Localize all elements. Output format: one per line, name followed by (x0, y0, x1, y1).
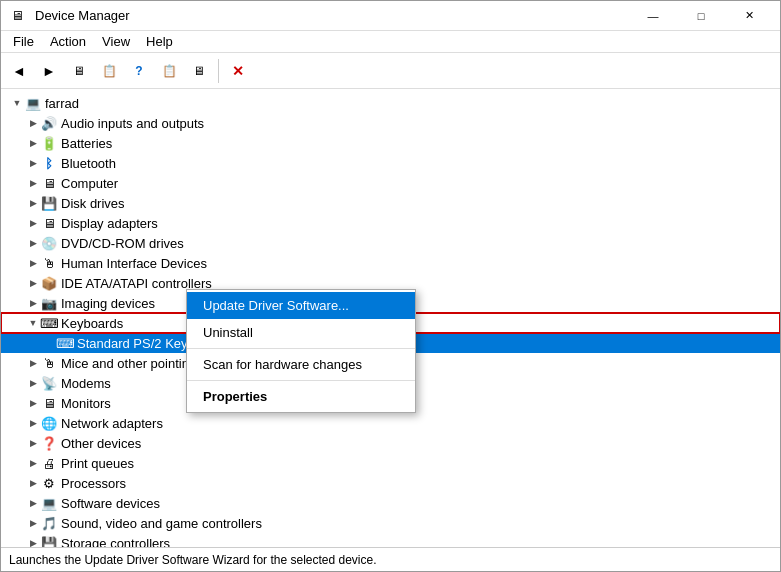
root-arrow[interactable] (9, 95, 25, 111)
sound-icon: 🎵 (41, 515, 57, 531)
batteries-icon: 🔋 (41, 135, 57, 151)
audio-label: Audio inputs and outputs (61, 116, 204, 131)
toolbar-separator (218, 59, 219, 83)
title-bar-controls: — □ ✕ (630, 1, 772, 31)
context-menu-scan[interactable]: Scan for hardware changes (187, 351, 415, 378)
ps2-icon: ⌨ (57, 335, 73, 351)
disk-label: Disk drives (61, 196, 125, 211)
tree-item-computer[interactable]: 🖥 Computer (1, 173, 780, 193)
display-arrow[interactable] (25, 215, 41, 231)
tree-item-other[interactable]: ❓ Other devices (1, 433, 780, 453)
toolbar-update-driver[interactable]: 📋 (95, 57, 123, 85)
toolbar-properties[interactable]: 🖥 (65, 57, 93, 85)
network-arrow[interactable] (25, 415, 41, 431)
print-label: Print queues (61, 456, 134, 471)
disk-arrow[interactable] (25, 195, 41, 211)
toolbar-computer[interactable]: 🖥 (185, 57, 213, 85)
tree-item-display[interactable]: 🖥 Display adapters (1, 213, 780, 233)
batteries-arrow[interactable] (25, 135, 41, 151)
toolbar-details[interactable]: 📋 (155, 57, 183, 85)
keyboards-label: Keyboards (61, 316, 123, 331)
minimize-button[interactable]: — (630, 1, 676, 31)
bluetooth-arrow[interactable] (25, 155, 41, 171)
print-icon: 🖨 (41, 455, 57, 471)
tree-item-hid[interactable]: 🖱 Human Interface Devices (1, 253, 780, 273)
toolbar-back[interactable]: ◄ (5, 57, 33, 85)
root-icon: 💻 (25, 95, 41, 111)
title-bar-left: 🖥 Device Manager (9, 8, 130, 24)
toolbar-remove[interactable]: ✕ (224, 57, 252, 85)
context-menu-properties[interactable]: Properties (187, 383, 415, 410)
menu-bar: File Action View Help (1, 31, 780, 53)
window-title: Device Manager (35, 8, 130, 23)
ide-arrow[interactable] (25, 275, 41, 291)
processors-arrow[interactable] (25, 475, 41, 491)
tree-item-bluetooth[interactable]: ᛒ Bluetooth (1, 153, 780, 173)
maximize-button[interactable]: □ (678, 1, 724, 31)
tree-item-sound[interactable]: 🎵 Sound, video and game controllers (1, 513, 780, 533)
sound-arrow[interactable] (25, 515, 41, 531)
tree-item-software[interactable]: 💻 Software devices (1, 493, 780, 513)
tree-item-print[interactable]: 🖨 Print queues (1, 453, 780, 473)
modems-label: Modems (61, 376, 111, 391)
tree-item-storage[interactable]: 💾 Storage controllers (1, 533, 780, 547)
bluetooth-icon: ᛒ (41, 155, 57, 171)
bluetooth-label: Bluetooth (61, 156, 116, 171)
menu-action[interactable]: Action (42, 32, 94, 51)
modems-arrow[interactable] (25, 375, 41, 391)
status-bar: Launches the Update Driver Software Wiza… (1, 547, 780, 571)
network-label: Network adapters (61, 416, 163, 431)
mice-arrow[interactable] (25, 355, 41, 371)
network-icon: 🌐 (41, 415, 57, 431)
modems-icon: 📡 (41, 375, 57, 391)
context-menu-uninstall[interactable]: Uninstall (187, 319, 415, 346)
hid-arrow[interactable] (25, 255, 41, 271)
dvd-arrow[interactable] (25, 235, 41, 251)
toolbar-forward[interactable]: ► (35, 57, 63, 85)
computer-label: Computer (61, 176, 118, 191)
batteries-label: Batteries (61, 136, 112, 151)
computer-arrow[interactable] (25, 175, 41, 191)
processors-label: Processors (61, 476, 126, 491)
close-button[interactable]: ✕ (726, 1, 772, 31)
root-label: farrad (45, 96, 79, 111)
display-icon: 🖥 (41, 215, 57, 231)
tree-item-dvd[interactable]: 💿 DVD/CD-ROM drives (1, 233, 780, 253)
tree-item-network[interactable]: 🌐 Network adapters (1, 413, 780, 433)
context-menu-separator (187, 348, 415, 349)
tree-root[interactable]: 💻 farrad (1, 93, 780, 113)
tree-item-processors[interactable]: ⚙ Processors (1, 473, 780, 493)
disk-icon: 💾 (41, 195, 57, 211)
dvd-icon: 💿 (41, 235, 57, 251)
other-label: Other devices (61, 436, 141, 451)
window-icon: 🖥 (9, 8, 25, 24)
monitors-icon: 🖥 (41, 395, 57, 411)
storage-label: Storage controllers (61, 536, 170, 548)
context-menu-update-driver[interactable]: Update Driver Software... (187, 292, 415, 319)
imaging-label: Imaging devices (61, 296, 155, 311)
other-arrow[interactable] (25, 435, 41, 451)
tree-item-audio[interactable]: 🔊 Audio inputs and outputs (1, 113, 780, 133)
audio-icon: 🔊 (41, 115, 57, 131)
audio-arrow[interactable] (25, 115, 41, 131)
menu-help[interactable]: Help (138, 32, 181, 51)
tree-item-batteries[interactable]: 🔋 Batteries (1, 133, 780, 153)
software-icon: 💻 (41, 495, 57, 511)
monitors-arrow[interactable] (25, 395, 41, 411)
software-arrow[interactable] (25, 495, 41, 511)
context-menu: Update Driver Software... Uninstall Scan… (186, 289, 416, 413)
print-arrow[interactable] (25, 455, 41, 471)
context-menu-separator-2 (187, 380, 415, 381)
toolbar: ◄ ► 🖥 📋 ? 📋 🖥 ✕ (1, 53, 780, 89)
menu-file[interactable]: File (5, 32, 42, 51)
tree-item-disk[interactable]: 💾 Disk drives (1, 193, 780, 213)
storage-arrow[interactable] (25, 535, 41, 547)
monitors-label: Monitors (61, 396, 111, 411)
menu-view[interactable]: View (94, 32, 138, 51)
imaging-arrow[interactable] (25, 295, 41, 311)
imaging-icon: 📷 (41, 295, 57, 311)
device-manager-window: 🖥 Device Manager — □ ✕ File Action View … (0, 0, 781, 572)
keyboards-icon: ⌨ (41, 315, 57, 331)
toolbar-help[interactable]: ? (125, 57, 153, 85)
mice-icon: 🖱 (41, 355, 57, 371)
